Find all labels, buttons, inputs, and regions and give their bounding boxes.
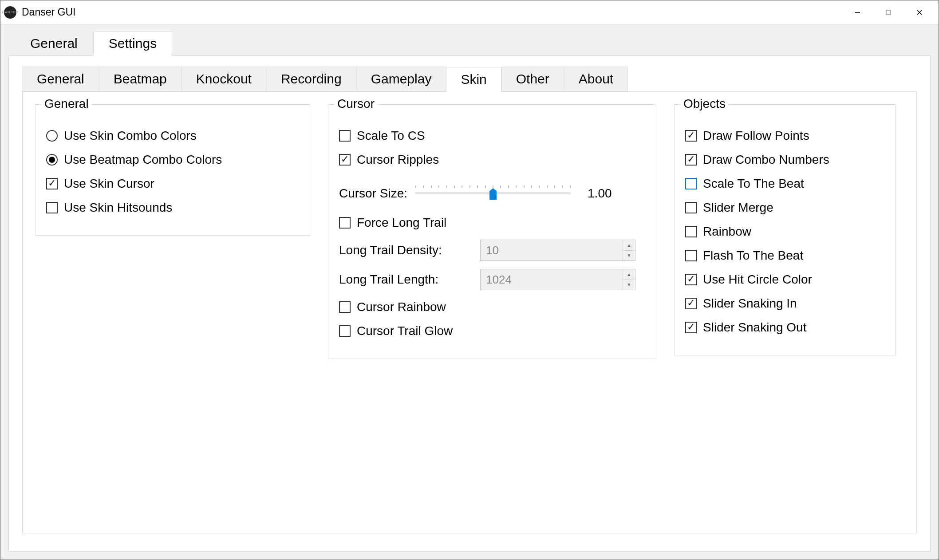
check-cursor-trail-glow-row[interactable]: Cursor Trail Glow (339, 324, 645, 338)
subtab-skin[interactable]: Skin (446, 67, 501, 92)
radio-beatmap-combo-colors-row[interactable]: Use Beatmap Combo Colors (46, 153, 299, 167)
check-scale-to-the-beat-label: Scale To The Beat (703, 177, 804, 191)
check-use-skin-cursor-label: Use Skin Cursor (64, 177, 154, 191)
window-title: Danser GUI (22, 6, 75, 18)
group-objects-title: Objects (681, 97, 728, 111)
long-trail-density-label: Long Trail Density: (339, 243, 472, 257)
check-draw-follow-points-row[interactable]: Draw Follow Points (685, 129, 885, 143)
check-use-skin-cursor-row[interactable]: Use Skin Cursor (46, 177, 299, 191)
long-trail-density-value[interactable]: 10 (481, 240, 623, 260)
settings-page: General Beatmap Knockout Recording Gamep… (8, 55, 931, 552)
radio-skin-combo-colors[interactable] (46, 130, 58, 142)
check-scale-to-the-beat[interactable] (685, 178, 697, 189)
long-trail-length-label: Long Trail Length: (339, 272, 472, 287)
subtab-gameplay[interactable]: Gameplay (356, 67, 446, 91)
check-slider-snaking-out-row[interactable]: Slider Snaking Out (685, 320, 885, 335)
maximize-button[interactable] (873, 4, 904, 21)
check-slider-snaking-in[interactable] (685, 298, 697, 309)
check-slider-snaking-out-label: Slider Snaking Out (703, 320, 806, 335)
check-slider-merge-label: Slider Merge (703, 201, 773, 215)
app-icon: DANSER (4, 6, 16, 19)
long-trail-density-down[interactable]: ▼ (623, 251, 635, 261)
group-cursor-title: Cursor (335, 97, 377, 111)
subtab-general[interactable]: General (22, 67, 99, 91)
check-use-skin-hitsounds-label: Use Skin Hitsounds (64, 201, 172, 215)
subtab-recording[interactable]: Recording (266, 67, 356, 91)
svg-rect-1 (886, 10, 891, 15)
check-draw-combo-numbers-row[interactable]: Draw Combo Numbers (685, 153, 885, 167)
check-use-skin-hitsounds-row[interactable]: Use Skin Hitsounds (46, 201, 299, 215)
long-trail-density-stepper[interactable]: 10 ▲ ▼ (480, 240, 635, 261)
check-slider-snaking-out[interactable] (685, 322, 697, 333)
check-force-long-trail-label: Force Long Trail (357, 216, 446, 230)
check-cursor-ripples-label: Cursor Ripples (357, 153, 439, 167)
check-rainbow-label: Rainbow (703, 225, 751, 239)
check-scale-to-cs[interactable] (339, 130, 351, 142)
check-cursor-ripples[interactable] (339, 154, 351, 166)
cursor-size-value: 1.00 (588, 186, 612, 201)
check-draw-follow-points-label: Draw Follow Points (703, 129, 809, 143)
group-cursor: Cursor Scale To CS Cursor Ripples Cursor… (328, 104, 656, 359)
tab-settings[interactable]: Settings (93, 31, 172, 56)
check-cursor-rainbow-row[interactable]: Cursor Rainbow (339, 300, 645, 314)
check-force-long-trail-row[interactable]: Force Long Trail (339, 216, 645, 230)
long-trail-density-up[interactable]: ▲ (623, 240, 635, 251)
check-scale-to-the-beat-row[interactable]: Scale To The Beat (685, 177, 885, 191)
radio-skin-combo-colors-row[interactable]: Use Skin Combo Colors (46, 129, 299, 143)
check-flash-to-the-beat[interactable] (685, 250, 697, 261)
subtab-beatmap[interactable]: Beatmap (99, 67, 181, 91)
check-cursor-trail-glow[interactable] (339, 325, 351, 337)
check-slider-merge-row[interactable]: Slider Merge (685, 201, 885, 215)
check-draw-follow-points[interactable] (685, 130, 697, 142)
cursor-size-label: Cursor Size: (339, 186, 407, 201)
top-tabs: General Settings (15, 31, 931, 55)
cursor-size-row: Cursor Size: 1.00 (339, 185, 645, 202)
subtab-about[interactable]: About (564, 67, 628, 91)
window: DANSER Danser GUI General Settings Gener… (0, 0, 939, 560)
check-cursor-rainbow[interactable] (339, 301, 351, 313)
sub-tabs: General Beatmap Knockout Recording Gamep… (22, 67, 917, 91)
tab-general[interactable]: General (15, 31, 93, 55)
check-draw-combo-numbers[interactable] (685, 154, 697, 166)
check-force-long-trail[interactable] (339, 217, 351, 229)
check-slider-merge[interactable] (685, 202, 697, 213)
cursor-size-thumb[interactable] (489, 188, 497, 200)
client-area: General Settings General Beatmap Knockou… (0, 24, 939, 560)
long-trail-length-down[interactable]: ▼ (623, 280, 635, 290)
cursor-size-slider[interactable] (415, 185, 571, 202)
check-cursor-rainbow-label: Cursor Rainbow (357, 300, 446, 314)
check-draw-combo-numbers-label: Draw Combo Numbers (703, 153, 829, 167)
check-scale-to-cs-row[interactable]: Scale To CS (339, 129, 645, 143)
check-cursor-trail-glow-label: Cursor Trail Glow (357, 324, 453, 338)
minimize-button[interactable] (842, 4, 873, 21)
group-general: General Use Skin Combo Colors Use Beatma… (35, 104, 310, 236)
group-objects: Objects Draw Follow Points Draw Combo Nu… (674, 104, 896, 355)
check-flash-to-the-beat-row[interactable]: Flash To The Beat (685, 248, 885, 263)
check-cursor-ripples-row[interactable]: Cursor Ripples (339, 153, 645, 167)
check-use-skin-cursor[interactable] (46, 178, 58, 189)
check-scale-to-cs-label: Scale To CS (357, 129, 425, 143)
check-use-hit-circle-color-label: Use Hit Circle Color (703, 272, 812, 287)
long-trail-density-row: Long Trail Density: 10 ▲ ▼ (339, 240, 645, 261)
long-trail-length-row: Long Trail Length: 1024 ▲ ▼ (339, 269, 645, 290)
radio-beatmap-combo-colors-label: Use Beatmap Combo Colors (64, 153, 222, 167)
close-button[interactable] (904, 4, 935, 21)
check-flash-to-the-beat-label: Flash To The Beat (703, 248, 803, 263)
skin-page: General Use Skin Combo Colors Use Beatma… (22, 91, 917, 533)
check-slider-snaking-in-label: Slider Snaking In (703, 296, 797, 311)
subtab-other[interactable]: Other (501, 67, 564, 91)
titlebar: DANSER Danser GUI (0, 0, 939, 24)
radio-skin-combo-colors-label: Use Skin Combo Colors (64, 129, 197, 143)
subtab-knockout[interactable]: Knockout (181, 67, 266, 91)
check-use-hit-circle-color[interactable] (685, 274, 697, 285)
check-rainbow-row[interactable]: Rainbow (685, 225, 885, 239)
long-trail-length-value[interactable]: 1024 (481, 269, 623, 290)
group-general-title: General (42, 97, 91, 111)
long-trail-length-stepper[interactable]: 1024 ▲ ▼ (480, 269, 635, 290)
check-rainbow[interactable] (685, 226, 697, 237)
long-trail-length-up[interactable]: ▲ (623, 269, 635, 280)
check-use-skin-hitsounds[interactable] (46, 202, 58, 213)
radio-beatmap-combo-colors[interactable] (46, 154, 58, 166)
check-use-hit-circle-color-row[interactable]: Use Hit Circle Color (685, 272, 885, 287)
check-slider-snaking-in-row[interactable]: Slider Snaking In (685, 296, 885, 311)
